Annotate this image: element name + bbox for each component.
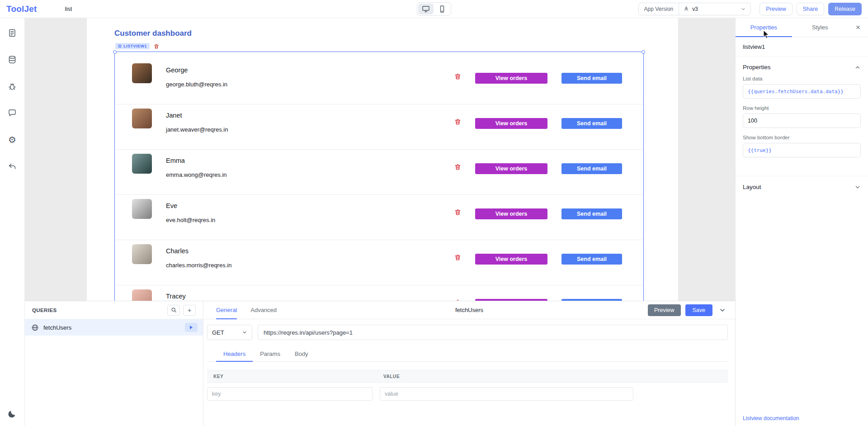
send-email-button[interactable]: Send email — [561, 299, 622, 301]
resize-handle-top-left[interactable] — [113, 50, 117, 54]
chevron-down-icon — [854, 184, 861, 190]
close-inspector-button[interactable]: × — [848, 18, 868, 37]
tab-styles[interactable]: Styles — [792, 18, 849, 37]
property-field: List data {{queries.fetchUsers.data.data… — [736, 76, 868, 105]
preview-button[interactable]: Preview — [760, 3, 792, 15]
dark-mode-icon[interactable] — [7, 409, 17, 419]
send-email-button[interactable]: Send email — [561, 208, 622, 219]
share-button[interactable]: Share — [797, 3, 824, 15]
editor-center: Customer dashboard LISTVIEW1 — [25, 18, 735, 426]
version-value: v3 — [692, 6, 737, 12]
chevron-down-icon — [242, 330, 247, 335]
tooljet-logo[interactable]: ToolJet — [6, 4, 37, 14]
property-label: List data — [743, 76, 861, 81]
view-orders-button[interactable]: View orders — [475, 299, 547, 301]
add-query-button[interactable]: + — [183, 305, 196, 316]
undo-icon[interactable] — [7, 161, 17, 171]
send-email-button[interactable]: Send email — [561, 73, 622, 84]
customer-name: Janet — [166, 112, 182, 119]
run-query-button[interactable] — [185, 323, 198, 332]
app-canvas[interactable]: Customer dashboard LISTVIEW1 — [87, 18, 678, 301]
tab-advanced[interactable]: Advanced — [250, 301, 277, 319]
delete-row-button[interactable] — [453, 117, 462, 126]
customer-name: Eve — [166, 202, 177, 209]
tab-properties[interactable]: Properties — [736, 18, 792, 37]
http-method-select[interactable]: GET — [207, 325, 252, 340]
avatar — [132, 289, 152, 301]
widget-name-badge[interactable]: LISTVIEW1 — [115, 43, 150, 49]
tab-body[interactable]: Body — [288, 346, 316, 361]
avatar — [132, 154, 152, 174]
send-email-button[interactable]: Send email — [561, 163, 622, 174]
datasources-icon[interactable] — [7, 55, 17, 65]
view-orders-button[interactable]: View orders — [475, 163, 547, 174]
delete-row-button[interactable] — [453, 162, 462, 171]
view-orders-button[interactable]: View orders — [475, 208, 547, 219]
query-list-item[interactable]: fetchUsers — [25, 319, 203, 336]
view-orders-button[interactable]: View orders — [475, 118, 547, 129]
tab-params[interactable]: Params — [253, 346, 288, 361]
release-button[interactable]: Release — [828, 3, 862, 15]
pages-icon[interactable] — [7, 28, 17, 38]
send-email-button[interactable]: Send email — [561, 254, 622, 265]
query-editor-header: General Advanced fetchUsers Preview Save — [203, 301, 735, 319]
key-column-header: KEY — [207, 374, 383, 379]
chevron-up-icon — [854, 64, 861, 71]
customer-email: george.bluth@reqres.in — [166, 81, 227, 88]
widget-config-handle: LISTVIEW1 — [115, 43, 159, 49]
view-orders-button[interactable]: View orders — [475, 254, 547, 265]
query-save-button[interactable]: Save — [685, 304, 713, 316]
property-field: Row height 100 — [736, 105, 868, 135]
collapse-panel-button[interactable] — [717, 305, 728, 316]
send-email-button[interactable]: Send email — [561, 118, 622, 129]
search-queries-button[interactable] — [167, 305, 180, 316]
selected-widget-name: listview1 — [736, 37, 868, 57]
device-toggle — [417, 2, 451, 16]
customer-email: eve.holt@reqres.in — [166, 217, 215, 223]
app-body: ⚙ Customer dashboard LISTVIEW1 — [0, 18, 868, 426]
tab-headers[interactable]: Headers — [216, 346, 253, 361]
delete-row-button[interactable] — [453, 208, 462, 217]
debugger-icon[interactable] — [7, 81, 17, 91]
settings-icon[interactable]: ⚙ — [7, 135, 17, 145]
list-data-input[interactable]: {{queries.fetchUsers.data.data}} — [743, 84, 861, 99]
properties-section-header[interactable]: Properties — [736, 57, 868, 76]
property-field: Show bottom border {{true}} — [736, 135, 868, 164]
listview-documentation-link[interactable]: Listview documentation — [743, 415, 799, 421]
inspector-panel: Properties Styles × listview1 Properties… — [735, 18, 868, 426]
query-editor-pane: General Advanced fetchUsers Preview Save — [203, 301, 735, 426]
plus-icon: + — [188, 307, 191, 314]
row-height-input[interactable]: 100 — [743, 114, 861, 128]
mobile-icon — [438, 5, 446, 13]
version-select[interactable]: v3 — [679, 6, 750, 12]
mobile-view-button[interactable] — [434, 4, 450, 14]
header-key-input[interactable] — [207, 387, 373, 401]
show-bottom-border-input[interactable]: {{true}} — [743, 143, 861, 157]
avatar — [132, 109, 152, 128]
customer-email: emma.wong@reqres.in — [166, 171, 227, 178]
property-label: Row height — [743, 105, 861, 111]
header-value-input[interactable] — [380, 387, 633, 401]
view-orders-button[interactable]: View orders — [475, 73, 547, 84]
avatar — [132, 199, 152, 219]
request-url-input[interactable] — [258, 325, 728, 340]
delete-row-button[interactable] — [453, 298, 462, 301]
app-header: ToolJet list App Version v3 — [0, 0, 868, 18]
request-tabs: Headers Params Body — [207, 346, 728, 362]
query-preview-button[interactable]: Preview — [648, 304, 680, 316]
desktop-view-button[interactable] — [418, 4, 434, 14]
desktop-icon — [422, 5, 430, 13]
delete-widget-button[interactable] — [154, 43, 159, 49]
resize-handle-top-right[interactable] — [642, 50, 645, 54]
delete-row-button[interactable] — [453, 72, 462, 81]
list-item: Tracey View orders Send email — [115, 285, 643, 301]
layout-section-header[interactable]: Layout — [736, 176, 868, 196]
inspector-icon[interactable] — [7, 108, 17, 118]
customer-name: George — [166, 66, 188, 74]
play-icon — [190, 326, 193, 329]
tab-general[interactable]: General — [216, 301, 237, 319]
delete-row-button[interactable] — [453, 253, 462, 262]
query-name: fetchUsers — [43, 324, 180, 331]
listview-widget[interactable]: George george.bluth@reqres.in View order… — [114, 52, 644, 301]
list-icon — [118, 44, 122, 48]
